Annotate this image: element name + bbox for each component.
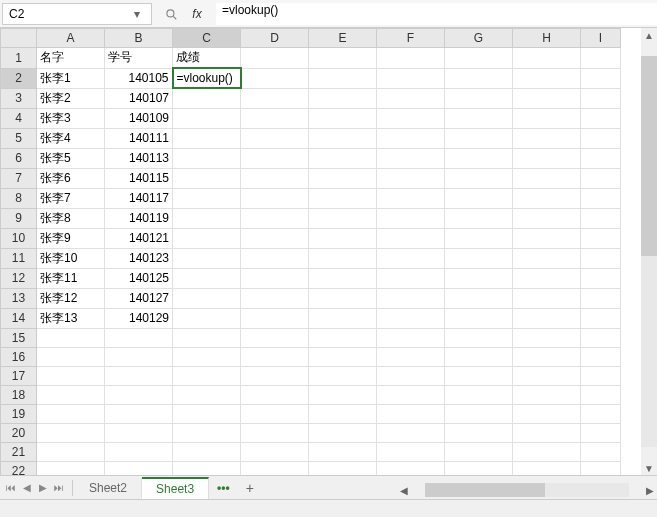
cell[interactable] (37, 366, 105, 385)
cell[interactable] (37, 328, 105, 347)
cell[interactable] (173, 88, 241, 108)
cell[interactable] (173, 208, 241, 228)
cell[interactable] (241, 48, 309, 69)
cell[interactable] (105, 366, 173, 385)
cell[interactable] (377, 68, 445, 88)
cell[interactable] (377, 188, 445, 208)
cell[interactable] (377, 328, 445, 347)
cell[interactable] (309, 88, 377, 108)
cell[interactable] (581, 168, 621, 188)
col-header-E[interactable]: E (309, 29, 377, 48)
col-header-I[interactable]: I (581, 29, 621, 48)
row-header[interactable]: 16 (1, 347, 37, 366)
cell[interactable]: 张李12 (37, 288, 105, 308)
cell[interactable] (445, 347, 513, 366)
cell[interactable] (309, 208, 377, 228)
tab-more-icon[interactable]: ••• (209, 481, 238, 495)
cell[interactable] (445, 148, 513, 168)
tab-next-icon[interactable]: ▶ (36, 481, 50, 495)
row-header[interactable]: 4 (1, 108, 37, 128)
row-header[interactable]: 7 (1, 168, 37, 188)
cell[interactable] (445, 404, 513, 423)
cell[interactable] (377, 228, 445, 248)
cell[interactable] (173, 442, 241, 461)
col-header-A[interactable]: A (37, 29, 105, 48)
cell[interactable]: 140129 (105, 308, 173, 328)
cell[interactable] (173, 168, 241, 188)
cell[interactable] (37, 423, 105, 442)
link-icon[interactable] (162, 5, 180, 23)
row-header[interactable]: 13 (1, 288, 37, 308)
col-header-C[interactable]: C (173, 29, 241, 48)
cell[interactable]: 140125 (105, 268, 173, 288)
cell[interactable]: 张李2 (37, 88, 105, 108)
scroll-right-icon[interactable]: ▶ (643, 483, 657, 497)
cell[interactable] (173, 268, 241, 288)
cell[interactable] (241, 268, 309, 288)
cell[interactable] (173, 228, 241, 248)
cell[interactable] (513, 308, 581, 328)
cell[interactable]: 140127 (105, 288, 173, 308)
cell[interactable] (445, 68, 513, 88)
cell[interactable]: 140111 (105, 128, 173, 148)
cell[interactable] (241, 442, 309, 461)
tab-first-icon[interactable]: ⏮ (4, 481, 18, 495)
scroll-down-icon[interactable]: ▼ (641, 461, 657, 475)
cell[interactable] (173, 308, 241, 328)
cell[interactable] (377, 248, 445, 268)
row-header[interactable]: 17 (1, 366, 37, 385)
row-header[interactable]: 15 (1, 328, 37, 347)
cell[interactable] (513, 148, 581, 168)
cell[interactable] (377, 148, 445, 168)
cell[interactable] (581, 423, 621, 442)
cell[interactable] (513, 208, 581, 228)
sheet-tab-sheet3[interactable]: Sheet3 (142, 477, 209, 499)
cell[interactable] (581, 328, 621, 347)
cell[interactable] (377, 128, 445, 148)
cell[interactable] (445, 288, 513, 308)
cell[interactable] (445, 308, 513, 328)
cell[interactable] (241, 68, 309, 88)
cell[interactable] (309, 168, 377, 188)
row-header[interactable]: 10 (1, 228, 37, 248)
horizontal-scrollbar[interactable]: ◀ ▶ (397, 481, 657, 499)
cell[interactable] (241, 347, 309, 366)
hscroll-track[interactable] (425, 483, 629, 497)
cell[interactable] (581, 288, 621, 308)
cell[interactable] (377, 268, 445, 288)
row-header[interactable]: 1 (1, 48, 37, 69)
cell[interactable] (445, 442, 513, 461)
cell[interactable] (445, 328, 513, 347)
cell[interactable] (513, 366, 581, 385)
cell[interactable] (513, 68, 581, 88)
cell[interactable] (241, 308, 309, 328)
cell[interactable] (309, 288, 377, 308)
cell[interactable] (37, 442, 105, 461)
cell[interactable] (445, 88, 513, 108)
cell[interactable] (445, 48, 513, 69)
tab-last-icon[interactable]: ⏭ (52, 481, 66, 495)
cell[interactable] (241, 148, 309, 168)
cell[interactable] (173, 404, 241, 423)
cell[interactable] (309, 366, 377, 385)
cell[interactable] (513, 385, 581, 404)
cell[interactable] (241, 88, 309, 108)
cell[interactable] (173, 128, 241, 148)
cell[interactable] (377, 108, 445, 128)
cell[interactable]: 140107 (105, 88, 173, 108)
cell[interactable] (173, 248, 241, 268)
cell[interactable] (309, 228, 377, 248)
cell[interactable] (445, 268, 513, 288)
cell[interactable]: 张李4 (37, 128, 105, 148)
col-header-D[interactable]: D (241, 29, 309, 48)
cell[interactable] (377, 404, 445, 423)
cell[interactable] (513, 188, 581, 208)
tab-prev-icon[interactable]: ◀ (20, 481, 34, 495)
row-header[interactable]: 5 (1, 128, 37, 148)
cell[interactable] (105, 442, 173, 461)
cell[interactable]: 张李11 (37, 268, 105, 288)
cell[interactable] (173, 288, 241, 308)
cell[interactable] (581, 208, 621, 228)
cell[interactable]: 张李10 (37, 248, 105, 268)
row-header[interactable]: 3 (1, 88, 37, 108)
